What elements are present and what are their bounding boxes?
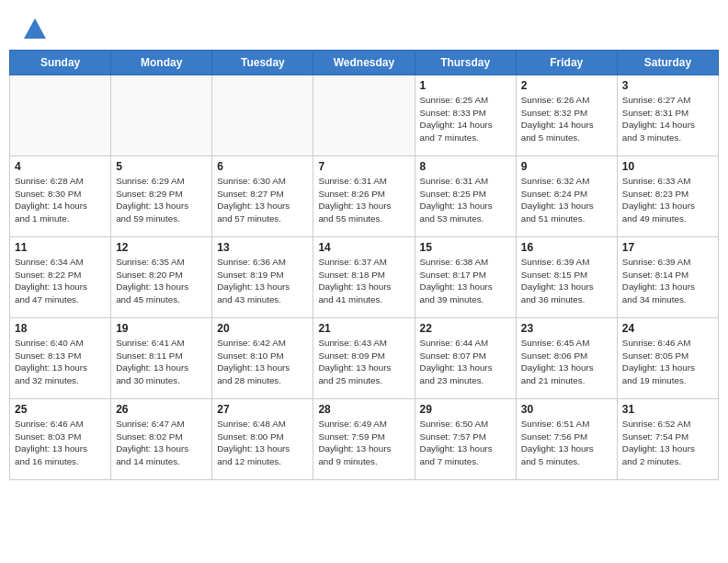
day-info: Sunrise: 6:42 AM Sunset: 8:10 PM Dayligh…	[217, 337, 308, 387]
day-info: Sunrise: 6:29 AM Sunset: 8:29 PM Dayligh…	[116, 175, 207, 225]
day-number: 8	[420, 160, 511, 173]
day-number: 11	[15, 241, 106, 254]
day-number: 28	[318, 403, 409, 416]
calendar-cell: 29Sunrise: 6:50 AM Sunset: 7:57 PM Dayli…	[415, 399, 516, 480]
calendar-cell: 22Sunrise: 6:44 AM Sunset: 8:07 PM Dayli…	[415, 318, 516, 399]
day-info: Sunrise: 6:41 AM Sunset: 8:11 PM Dayligh…	[116, 337, 207, 387]
day-info: Sunrise: 6:37 AM Sunset: 8:18 PM Dayligh…	[318, 256, 409, 306]
day-of-week-header: Monday	[111, 51, 212, 75]
calendar-cell: 30Sunrise: 6:51 AM Sunset: 7:56 PM Dayli…	[516, 399, 617, 480]
day-number: 2	[521, 79, 612, 92]
day-number: 17	[622, 241, 713, 254]
day-number: 18	[15, 322, 106, 335]
day-info: Sunrise: 6:51 AM Sunset: 7:56 PM Dayligh…	[521, 418, 612, 468]
calendar-cell: 24Sunrise: 6:46 AM Sunset: 8:05 PM Dayli…	[617, 318, 718, 399]
day-info: Sunrise: 6:25 AM Sunset: 8:33 PM Dayligh…	[420, 94, 511, 144]
day-number: 5	[116, 160, 207, 173]
calendar-cell: 5Sunrise: 6:29 AM Sunset: 8:29 PM Daylig…	[111, 156, 212, 237]
day-number: 29	[420, 403, 511, 416]
day-info: Sunrise: 6:28 AM Sunset: 8:30 PM Dayligh…	[15, 175, 106, 225]
calendar-cell: 3Sunrise: 6:27 AM Sunset: 8:31 PM Daylig…	[617, 75, 718, 156]
day-number: 16	[521, 241, 612, 254]
calendar-cell: 16Sunrise: 6:39 AM Sunset: 8:15 PM Dayli…	[516, 237, 617, 318]
day-info: Sunrise: 6:39 AM Sunset: 8:15 PM Dayligh…	[521, 256, 612, 306]
day-number: 23	[521, 322, 612, 335]
calendar-cell	[10, 75, 111, 156]
day-number: 25	[15, 403, 106, 416]
day-of-week-header: Saturday	[617, 51, 718, 75]
day-info: Sunrise: 6:35 AM Sunset: 8:20 PM Dayligh…	[116, 256, 207, 306]
calendar-cell	[212, 75, 313, 156]
calendar-cell: 13Sunrise: 6:36 AM Sunset: 8:19 PM Dayli…	[212, 237, 313, 318]
day-info: Sunrise: 6:47 AM Sunset: 8:02 PM Dayligh…	[116, 418, 207, 468]
day-of-week-header: Sunday	[10, 51, 111, 75]
day-info: Sunrise: 6:27 AM Sunset: 8:31 PM Dayligh…	[622, 94, 713, 144]
day-info: Sunrise: 6:34 AM Sunset: 8:22 PM Dayligh…	[15, 256, 106, 306]
logo	[22, 17, 51, 42]
day-number: 30	[521, 403, 612, 416]
day-number: 14	[318, 241, 409, 254]
day-info: Sunrise: 6:44 AM Sunset: 8:07 PM Dayligh…	[420, 337, 511, 387]
day-number: 1	[420, 79, 511, 92]
header	[0, 0, 728, 50]
day-number: 22	[420, 322, 511, 335]
day-number: 7	[318, 160, 409, 173]
day-number: 24	[622, 322, 713, 335]
calendar-cell: 21Sunrise: 6:43 AM Sunset: 8:09 PM Dayli…	[313, 318, 415, 399]
calendar-cell: 11Sunrise: 6:34 AM Sunset: 8:22 PM Dayli…	[10, 237, 111, 318]
day-number: 19	[116, 322, 207, 335]
day-number: 31	[622, 403, 713, 416]
calendar-cell	[111, 75, 212, 156]
day-number: 26	[116, 403, 207, 416]
day-info: Sunrise: 6:43 AM Sunset: 8:09 PM Dayligh…	[318, 337, 409, 387]
day-number: 13	[217, 241, 308, 254]
calendar-cell: 4Sunrise: 6:28 AM Sunset: 8:30 PM Daylig…	[10, 156, 111, 237]
svg-marker-0	[24, 18, 46, 39]
day-info: Sunrise: 6:40 AM Sunset: 8:13 PM Dayligh…	[15, 337, 106, 387]
calendar-cell: 19Sunrise: 6:41 AM Sunset: 8:11 PM Dayli…	[111, 318, 212, 399]
day-info: Sunrise: 6:50 AM Sunset: 7:57 PM Dayligh…	[420, 418, 511, 468]
day-of-week-header: Wednesday	[313, 51, 415, 75]
day-info: Sunrise: 6:26 AM Sunset: 8:32 PM Dayligh…	[521, 94, 612, 144]
day-info: Sunrise: 6:31 AM Sunset: 8:26 PM Dayligh…	[318, 175, 409, 225]
calendar-cell: 31Sunrise: 6:52 AM Sunset: 7:54 PM Dayli…	[617, 399, 718, 480]
calendar-cell: 17Sunrise: 6:39 AM Sunset: 8:14 PM Dayli…	[617, 237, 718, 318]
calendar-cell: 26Sunrise: 6:47 AM Sunset: 8:02 PM Dayli…	[111, 399, 212, 480]
day-number: 10	[622, 160, 713, 173]
day-info: Sunrise: 6:39 AM Sunset: 8:14 PM Dayligh…	[622, 256, 713, 306]
day-of-week-header: Tuesday	[212, 51, 313, 75]
calendar-cell: 27Sunrise: 6:48 AM Sunset: 8:00 PM Dayli…	[212, 399, 313, 480]
calendar-cell: 7Sunrise: 6:31 AM Sunset: 8:26 PM Daylig…	[313, 156, 415, 237]
calendar-cell: 8Sunrise: 6:31 AM Sunset: 8:25 PM Daylig…	[415, 156, 516, 237]
calendar-cell: 23Sunrise: 6:45 AM Sunset: 8:06 PM Dayli…	[516, 318, 617, 399]
calendar-cell: 2Sunrise: 6:26 AM Sunset: 8:32 PM Daylig…	[516, 75, 617, 156]
calendar-cell: 6Sunrise: 6:30 AM Sunset: 8:27 PM Daylig…	[212, 156, 313, 237]
day-info: Sunrise: 6:36 AM Sunset: 8:19 PM Dayligh…	[217, 256, 308, 306]
day-info: Sunrise: 6:46 AM Sunset: 8:05 PM Dayligh…	[622, 337, 713, 387]
calendar-cell	[313, 75, 415, 156]
day-number: 6	[217, 160, 308, 173]
calendar-cell: 12Sunrise: 6:35 AM Sunset: 8:20 PM Dayli…	[111, 237, 212, 318]
day-info: Sunrise: 6:32 AM Sunset: 8:24 PM Dayligh…	[521, 175, 612, 225]
day-number: 3	[622, 79, 713, 92]
day-number: 15	[420, 241, 511, 254]
day-info: Sunrise: 6:38 AM Sunset: 8:17 PM Dayligh…	[420, 256, 511, 306]
day-info: Sunrise: 6:30 AM Sunset: 8:27 PM Dayligh…	[217, 175, 308, 225]
day-info: Sunrise: 6:33 AM Sunset: 8:23 PM Dayligh…	[622, 175, 713, 225]
day-info: Sunrise: 6:31 AM Sunset: 8:25 PM Dayligh…	[420, 175, 511, 225]
calendar-cell: 20Sunrise: 6:42 AM Sunset: 8:10 PM Dayli…	[212, 318, 313, 399]
day-of-week-header: Friday	[516, 51, 617, 75]
calendar-cell: 28Sunrise: 6:49 AM Sunset: 7:59 PM Dayli…	[313, 399, 415, 480]
day-number: 27	[217, 403, 308, 416]
day-number: 9	[521, 160, 612, 173]
calendar-cell: 1Sunrise: 6:25 AM Sunset: 8:33 PM Daylig…	[415, 75, 516, 156]
calendar-cell: 10Sunrise: 6:33 AM Sunset: 8:23 PM Dayli…	[617, 156, 718, 237]
calendar-cell: 18Sunrise: 6:40 AM Sunset: 8:13 PM Dayli…	[10, 318, 111, 399]
day-number: 21	[318, 322, 409, 335]
day-info: Sunrise: 6:45 AM Sunset: 8:06 PM Dayligh…	[521, 337, 612, 387]
day-number: 12	[116, 241, 207, 254]
day-info: Sunrise: 6:49 AM Sunset: 7:59 PM Dayligh…	[318, 418, 409, 468]
calendar-cell: 14Sunrise: 6:37 AM Sunset: 8:18 PM Dayli…	[313, 237, 415, 318]
calendar-table: SundayMondayTuesdayWednesdayThursdayFrid…	[9, 50, 719, 480]
day-number: 20	[217, 322, 308, 335]
